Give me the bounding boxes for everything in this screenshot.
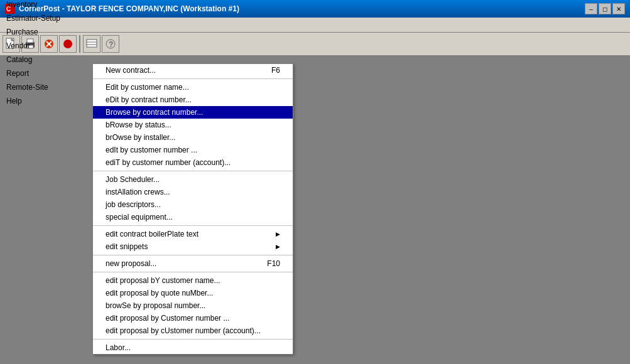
dropdown-item-label: bRowse by status... [106, 120, 171, 129]
menu-bar: FileSaleCustomerContractInventoryEstimat… [0, 18, 630, 33]
dropdown-item-label: new proposal... [106, 259, 156, 268]
dropdown-item[interactable]: brOwse by installer... [93, 131, 293, 144]
menu-item-purchase[interactable]: Purchase [1, 25, 65, 39]
dropdown-item-label: ediT by customer number (account)... [106, 158, 231, 167]
dropdown-item-label: edIt by customer number ... [106, 146, 197, 154]
dropdown-separator [93, 255, 293, 255]
dropdown-item[interactable]: bRowse by status... [93, 119, 293, 131]
dropdown-item[interactable]: edit proposal by cUstomer number (accoun… [93, 324, 293, 337]
menu-item-help[interactable]: Help [1, 94, 65, 108]
dropdown-item[interactable]: job descriptors... [93, 198, 293, 211]
dropdown-item[interactable]: edit proposal bY customer name... [93, 274, 293, 287]
dropdown-item[interactable]: Browse by contract number... [93, 106, 293, 119]
dropdown-item-label: edit proposal by quote nuMber... [106, 289, 213, 297]
toolbar-help[interactable]: ? [102, 35, 119, 53]
dropdown-item[interactable]: edit proposal by Customer number ... [93, 312, 293, 324]
dropdown-item[interactable]: Edit by customer name... [93, 81, 293, 94]
toolbar: ? [0, 33, 630, 56]
menu-item-report[interactable]: Report [1, 67, 65, 80]
dropdown-item-label: edit proposal bY customer name... [106, 276, 220, 285]
dropdown-item-label: edit proposal by cUstomer number (accoun… [106, 326, 261, 335]
close-button[interactable]: ✕ [612, 3, 625, 14]
dropdown-item-label: New contract... [106, 66, 156, 75]
dropdown-item[interactable]: New contract...F6 [93, 64, 293, 77]
dropdown-item[interactable]: Job Scheduler... [93, 173, 293, 186]
dropdown-item[interactable]: Labor... [93, 341, 293, 354]
dropdown-item[interactable]: edit contract boilerPlate text [93, 228, 293, 240]
minimize-button[interactable]: – [585, 3, 597, 14]
dropdown-item[interactable]: new proposal...F10 [93, 257, 293, 270]
dropdown-item-label: instAllation crews... [106, 188, 170, 196]
restore-button[interactable]: ◻ [599, 3, 611, 14]
dropdown-item-label: Labor... [106, 343, 131, 352]
dropdown-item-shortcut: F10 [267, 259, 280, 268]
dropdown-item-label: edit contract boilerPlate text [106, 230, 198, 238]
menu-item-vendor[interactable]: Vendor [1, 39, 65, 53]
dropdown-item-label: Job Scheduler... [106, 175, 160, 184]
dropdown-item[interactable]: ediT by customer number (account)... [93, 156, 293, 169]
dropdown-item-shortcut: F6 [271, 66, 280, 75]
dropdown-separator [93, 225, 293, 226]
dropdown-item-label: eDit by contract number... [106, 95, 192, 104]
svg-text:?: ? [109, 40, 113, 49]
dropdown-item[interactable]: browSe by proposal number... [93, 299, 293, 312]
dropdown-item-label: brOwse by installer... [106, 133, 175, 142]
menu-item-inventory[interactable]: Inventory [1, 0, 65, 11]
dropdown-item-label: Edit by customer name... [106, 83, 189, 92]
dropdown-item[interactable]: special equipment... [93, 211, 293, 223]
dropdown-item-label: browSe by proposal number... [106, 301, 205, 310]
toolbar-separator-1 [79, 35, 80, 53]
dropdown-item[interactable]: eDit by contract number... [93, 94, 293, 106]
main-content: New contract...F6Edit by customer name..… [0, 56, 630, 364]
menu-items-container: FileSaleCustomerContractInventoryEstimat… [1, 0, 65, 108]
title-bar: C CornerPost - TAYLOR FENCE COMPANY,INC … [0, 0, 630, 18]
dropdown-separator [93, 339, 293, 340]
svg-rect-11 [87, 40, 97, 47]
dropdown-item-label: edit snippets [106, 242, 148, 251]
menu-item-catalog[interactable]: Catalog [1, 53, 65, 67]
dropdown-item[interactable]: edit proposal by quote nuMber... [93, 287, 293, 299]
menu-item-estimatorsetup[interactable]: Estimator-Setup [1, 11, 65, 25]
dropdown-separator [93, 171, 293, 171]
dropdown-item[interactable]: edit snippets [93, 240, 293, 253]
dropdown-item-label: special equipment... [106, 213, 173, 222]
dropdown-item-label: job descriptors... [106, 200, 161, 209]
dropdown-item[interactable]: instAllation crews... [93, 186, 293, 198]
dropdown-item-label: edit proposal by Customer number ... [106, 314, 229, 323]
menu-item-remotesite[interactable]: Remote-Site [1, 80, 65, 94]
contract-dropdown: New contract...F6Edit by customer name..… [92, 63, 293, 355]
dropdown-item-label: Browse by contract number... [106, 108, 203, 117]
dropdown-separator [93, 272, 293, 272]
toolbar-browse[interactable] [83, 35, 100, 53]
window-controls: – ◻ ✕ [585, 3, 625, 14]
dropdown-separator [93, 78, 293, 79]
dropdown-item[interactable]: edIt by customer number ... [93, 144, 293, 156]
